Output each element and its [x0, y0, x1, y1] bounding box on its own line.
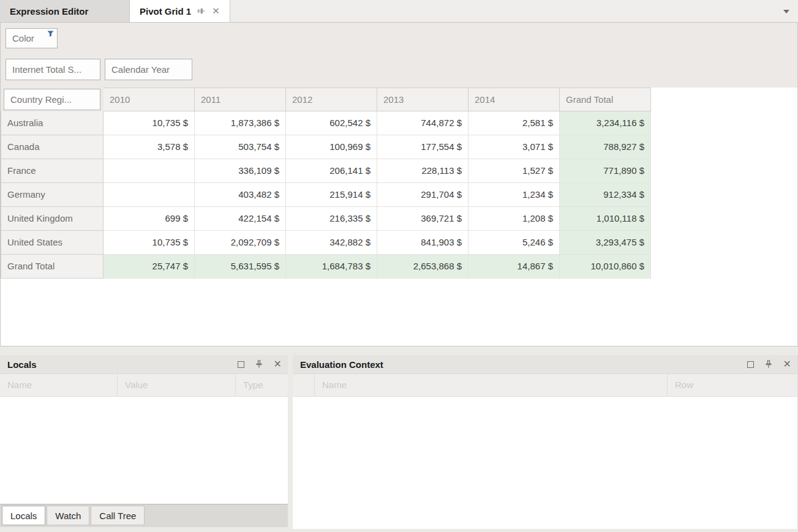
locals-grid-content[interactable]: [0, 397, 288, 504]
data-cell[interactable]: 10,735 $: [104, 231, 195, 255]
row-header-united-kingdom[interactable]: United Kingdom: [1, 207, 104, 231]
data-cell[interactable]: 503,754 $: [195, 135, 286, 159]
data-cell[interactable]: 1,684,783 $: [286, 255, 377, 279]
field-button-calendar-year[interactable]: Calendar Year: [105, 59, 192, 80]
evaluation-grid-header: Name Row: [293, 374, 797, 397]
data-cell[interactable]: 336,109 $: [195, 159, 286, 183]
data-cell[interactable]: [104, 183, 195, 207]
column-header-type[interactable]: Type: [236, 374, 288, 396]
data-cell[interactable]: 2,653,868 $: [377, 255, 469, 279]
pin-icon[interactable]: [764, 360, 773, 369]
column-header-2014[interactable]: 2014: [469, 88, 560, 111]
row-header-australia[interactable]: Australia: [1, 111, 104, 135]
field-label: Calendar Year: [111, 64, 170, 75]
table-row: France336,109 $206,141 $228,113 $1,527 $…: [1, 159, 797, 183]
row-header-united-states[interactable]: United States: [1, 231, 104, 255]
field-button-internet-total-sales[interactable]: Internet Total S...: [6, 59, 100, 80]
evaluation-grid-content[interactable]: [293, 397, 797, 529]
close-icon[interactable]: ✕: [212, 6, 220, 17]
tab-expression-editor[interactable]: Expression Editor: [0, 0, 130, 22]
data-cell[interactable]: 1,208 $: [469, 207, 560, 231]
data-cell[interactable]: 2,092,709 $: [195, 231, 286, 255]
data-cell[interactable]: 2,581 $: [469, 111, 560, 135]
data-cell[interactable]: 841,903 $: [377, 231, 469, 255]
tab-locals[interactable]: Locals: [2, 506, 45, 525]
row-header-canada[interactable]: Canada: [1, 135, 104, 159]
tab-label: Pivot Grid 1: [140, 6, 191, 17]
pivot-body: Australia10,735 $1,873,386 $602,542 $744…: [1, 111, 797, 279]
tab-watch[interactable]: Watch: [47, 506, 89, 525]
table-row: Germany403,482 $215,914 $291,704 $1,234 …: [1, 183, 797, 207]
maximize-icon[interactable]: [238, 361, 244, 368]
data-cell[interactable]: 369,721 $: [377, 207, 469, 231]
data-cell[interactable]: 403,482 $: [195, 183, 286, 207]
data-cell[interactable]: 912,334 $: [560, 183, 651, 207]
data-cell[interactable]: 3,071 $: [469, 135, 560, 159]
data-cell[interactable]: 422,154 $: [195, 207, 286, 231]
column-header-2011[interactable]: 2011: [195, 88, 286, 111]
data-cell[interactable]: 14,867 $: [469, 255, 560, 279]
row-header-grand-total[interactable]: Grand Total: [1, 255, 104, 279]
data-cell[interactable]: 10,735 $: [104, 111, 195, 135]
row-header-germany[interactable]: Germany: [1, 183, 104, 207]
data-cell[interactable]: 602,542 $: [286, 111, 377, 135]
data-cell[interactable]: 699 $: [104, 207, 195, 231]
data-cell[interactable]: 216,335 $: [286, 207, 377, 231]
field-label: Country Regi...: [10, 94, 72, 105]
tab-list-dropdown-icon[interactable]: [783, 10, 789, 13]
pin-icon[interactable]: [197, 7, 206, 15]
field-label: Color: [12, 33, 34, 43]
column-header-grand-total[interactable]: Grand Total: [560, 88, 651, 111]
row-header-france[interactable]: France: [1, 159, 104, 183]
data-cell[interactable]: [104, 159, 195, 183]
data-cell[interactable]: 1,527 $: [469, 159, 560, 183]
data-cell[interactable]: 1,010,118 $: [560, 207, 651, 231]
data-cell[interactable]: 291,704 $: [377, 183, 469, 207]
data-cell[interactable]: 1,873,386 $: [195, 111, 286, 135]
pin-icon[interactable]: [255, 360, 263, 369]
data-cell[interactable]: 206,141 $: [286, 159, 377, 183]
column-header-2010[interactable]: 2010: [104, 88, 195, 111]
data-cell[interactable]: 100,969 $: [286, 135, 377, 159]
tab-label: Watch: [55, 511, 81, 521]
column-header-name[interactable]: Name: [315, 374, 668, 396]
column-header-value[interactable]: Value: [118, 374, 236, 396]
table-row: Grand Total25,747 $5,631,595 $1,684,783 …: [1, 255, 797, 279]
table-row: Canada3,578 $503,754 $100,969 $177,554 $…: [1, 135, 797, 159]
maximize-icon[interactable]: [747, 361, 754, 368]
close-icon[interactable]: ✕: [783, 359, 791, 369]
data-cell[interactable]: 215,914 $: [286, 183, 377, 207]
data-cell[interactable]: 342,882 $: [286, 231, 377, 255]
data-cell[interactable]: 177,554 $: [377, 135, 469, 159]
data-cell[interactable]: 771,890 $: [560, 159, 651, 183]
field-button-color[interactable]: Color: [6, 28, 58, 48]
data-cell[interactable]: 5,631,595 $: [195, 255, 286, 279]
tab-label: Expression Editor: [10, 6, 88, 17]
data-cell[interactable]: 744,872 $: [377, 111, 469, 135]
data-cell[interactable]: 1,234 $: [469, 183, 560, 207]
table-row: United States10,735 $2,092,709 $342,882 …: [1, 231, 797, 255]
data-cell[interactable]: 3,293,475 $: [560, 231, 651, 255]
tab-pivot-grid-1[interactable]: Pivot Grid 1 ✕: [130, 0, 230, 22]
column-header-2012[interactable]: 2012: [286, 88, 377, 111]
column-header-row[interactable]: Row: [668, 374, 794, 396]
data-cell[interactable]: 3,578 $: [104, 135, 195, 159]
tab-call-tree[interactable]: Call Tree: [91, 506, 145, 525]
filter-funnel-icon[interactable]: [47, 31, 54, 37]
data-cell[interactable]: 788,927 $: [560, 135, 651, 159]
data-cell[interactable]: 228,113 $: [377, 159, 469, 183]
evaluation-context-panel: Evaluation Context ✕ Name Row: [293, 355, 798, 530]
data-cell[interactable]: 3,234,116 $: [560, 111, 651, 135]
tab-label: Locals: [10, 511, 37, 521]
column-header-2013[interactable]: 2013: [377, 88, 469, 111]
data-cell[interactable]: 10,010,860 $: [560, 255, 651, 279]
field-button-country-region[interactable]: Country Regi...: [4, 89, 100, 110]
locals-tabstrip: Locals Watch Call Tree: [0, 504, 288, 527]
column-header-name[interactable]: Name: [0, 374, 118, 396]
data-cell[interactable]: 25,747 $: [104, 255, 195, 279]
close-icon[interactable]: ✕: [274, 359, 282, 369]
horizontal-splitter[interactable]: [0, 347, 798, 355]
locals-grid-header: Name Value Type: [0, 374, 288, 397]
data-cell[interactable]: 5,246 $: [469, 231, 560, 255]
document-tab-bar: Expression Editor Pivot Grid 1 ✕: [0, 0, 798, 23]
